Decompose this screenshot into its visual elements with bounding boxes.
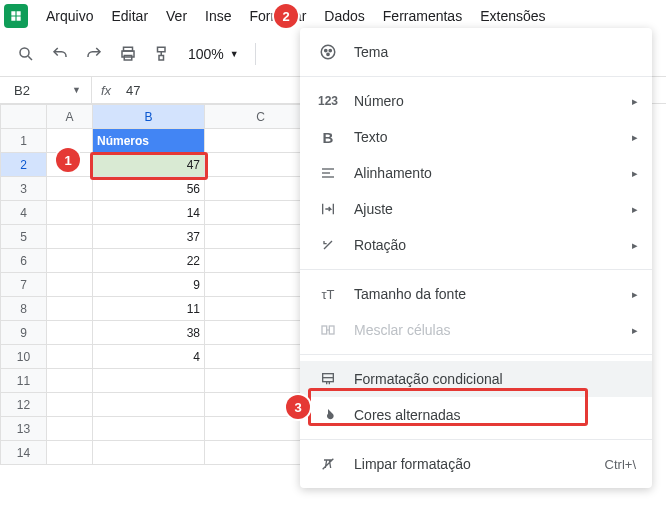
annotation-badge-2: 2 xyxy=(274,4,298,28)
cell[interactable] xyxy=(47,345,93,369)
cell-b2[interactable]: 47 xyxy=(93,153,205,177)
cell[interactable] xyxy=(47,177,93,201)
cell[interactable] xyxy=(93,417,205,441)
paint-format-icon[interactable] xyxy=(148,40,176,68)
row-head[interactable]: 14 xyxy=(1,441,47,465)
row-head[interactable]: 7 xyxy=(1,273,47,297)
row-head[interactable]: 8 xyxy=(1,297,47,321)
cell[interactable] xyxy=(47,369,93,393)
row-head[interactable]: 2 xyxy=(1,153,47,177)
chevron-down-icon: ▼ xyxy=(230,49,239,59)
annotation-badge-3: 3 xyxy=(286,395,310,419)
row-head[interactable]: 3 xyxy=(1,177,47,201)
row-head[interactable]: 12 xyxy=(1,393,47,417)
zoom-value: 100% xyxy=(188,46,224,62)
fontsize-icon: τT xyxy=(316,287,340,302)
annotation-badge-1: 1 xyxy=(56,148,80,172)
menu-item-merge: Mesclar células ▸ xyxy=(300,312,652,348)
chevron-right-icon: ▸ xyxy=(632,324,638,337)
format-menu-dropdown: Tema 123 Número ▸ B Texto ▸ Alinhamento … xyxy=(300,28,652,488)
cell-b10[interactable]: 4 xyxy=(93,345,205,369)
clear-format-icon xyxy=(316,456,340,472)
col-head-b[interactable]: B xyxy=(93,105,205,129)
menu-item-alt-colors[interactable]: Cores alternadas xyxy=(300,397,652,433)
name-box[interactable]: B2 ▼ xyxy=(0,77,92,103)
rotation-icon xyxy=(316,237,340,253)
cell[interactable] xyxy=(47,393,93,417)
cell[interactable] xyxy=(93,393,205,417)
row-head[interactable]: 6 xyxy=(1,249,47,273)
search-icon[interactable] xyxy=(12,40,40,68)
row-head[interactable]: 11 xyxy=(1,369,47,393)
number-icon: 123 xyxy=(316,94,340,108)
cell[interactable] xyxy=(93,441,205,465)
menu-item-theme[interactable]: Tema xyxy=(300,34,652,70)
cell-b6[interactable]: 22 xyxy=(93,249,205,273)
chevron-right-icon: ▸ xyxy=(632,239,638,252)
menu-label: Alinhamento xyxy=(354,165,636,181)
menu-inserir[interactable]: Inse xyxy=(197,4,239,28)
cell[interactable] xyxy=(47,297,93,321)
menu-label: Cores alternadas xyxy=(354,407,636,423)
cell[interactable] xyxy=(47,225,93,249)
svg-line-1 xyxy=(28,56,32,60)
menu-separator xyxy=(300,269,652,270)
merge-icon xyxy=(316,322,340,338)
row-head[interactable]: 4 xyxy=(1,201,47,225)
menu-item-fontsize[interactable]: τT Tamanho da fonte ▸ xyxy=(300,276,652,312)
cell[interactable] xyxy=(93,369,205,393)
chevron-right-icon: ▸ xyxy=(632,131,638,144)
cell-b7[interactable]: 9 xyxy=(93,273,205,297)
svg-point-5 xyxy=(321,45,335,59)
row-head[interactable]: 1 xyxy=(1,129,47,153)
menu-dados[interactable]: Dados xyxy=(316,4,372,28)
menu-item-wrap[interactable]: Ajuste ▸ xyxy=(300,191,652,227)
app-logo[interactable] xyxy=(4,4,28,28)
col-head-a[interactable]: A xyxy=(47,105,93,129)
menu-extensoes[interactable]: Extensões xyxy=(472,4,553,28)
cell-b8[interactable]: 11 xyxy=(93,297,205,321)
menu-item-rotation[interactable]: Rotação ▸ xyxy=(300,227,652,263)
menu-item-alignment[interactable]: Alinhamento ▸ xyxy=(300,155,652,191)
cell-b9[interactable]: 38 xyxy=(93,321,205,345)
svg-point-0 xyxy=(20,48,29,57)
menu-item-number[interactable]: 123 Número ▸ xyxy=(300,83,652,119)
menu-ver[interactable]: Ver xyxy=(158,4,195,28)
cell[interactable] xyxy=(47,441,93,465)
cell-b5[interactable]: 37 xyxy=(93,225,205,249)
row-head[interactable]: 5 xyxy=(1,225,47,249)
redo-icon[interactable] xyxy=(80,40,108,68)
menu-item-text[interactable]: B Texto ▸ xyxy=(300,119,652,155)
cell[interactable] xyxy=(47,417,93,441)
alt-colors-icon xyxy=(316,407,340,423)
svg-point-7 xyxy=(329,49,331,51)
menu-arquivo[interactable]: Arquivo xyxy=(38,4,101,28)
cell-b3[interactable]: 56 xyxy=(93,177,205,201)
menu-item-conditional-format[interactable]: Formatação condicional xyxy=(300,361,652,397)
row-head[interactable]: 10 xyxy=(1,345,47,369)
cell[interactable] xyxy=(47,273,93,297)
cell-b1[interactable]: Números xyxy=(93,129,205,153)
menu-separator xyxy=(300,76,652,77)
row-head[interactable]: 9 xyxy=(1,321,47,345)
cell[interactable] xyxy=(47,249,93,273)
cell[interactable] xyxy=(47,201,93,225)
menu-label: Rotação xyxy=(354,237,636,253)
shortcut-label: Ctrl+\ xyxy=(605,457,636,472)
cell[interactable] xyxy=(47,321,93,345)
cell-b4[interactable]: 14 xyxy=(93,201,205,225)
print-icon[interactable] xyxy=(114,40,142,68)
select-all-corner[interactable] xyxy=(1,105,47,129)
svg-point-8 xyxy=(327,53,329,55)
menu-item-clear-format[interactable]: Limpar formatação Ctrl+\ xyxy=(300,446,652,482)
menu-label: Texto xyxy=(354,129,636,145)
row-head[interactable]: 13 xyxy=(1,417,47,441)
menu-ferramentas[interactable]: Ferramentas xyxy=(375,4,470,28)
toolbar-separator xyxy=(255,43,256,65)
undo-icon[interactable] xyxy=(46,40,74,68)
menu-separator xyxy=(300,439,652,440)
zoom-select[interactable]: 100% ▼ xyxy=(182,46,245,62)
menu-editar[interactable]: Editar xyxy=(103,4,156,28)
menu-label: Tema xyxy=(354,44,636,60)
menu-label: Mesclar células xyxy=(354,322,636,338)
